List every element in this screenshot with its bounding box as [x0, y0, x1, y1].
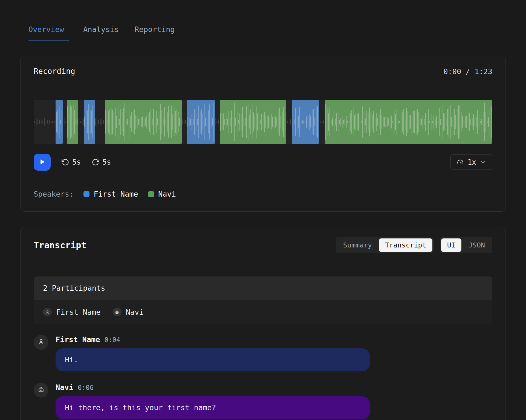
recording-card: Recording 0:00 / 1:23 5s — [20, 56, 506, 212]
speaker-swatch — [148, 191, 154, 197]
transcript-card-body: 2 Participants First Name Navi — [21, 263, 505, 420]
speakers-legend: Speakers: First Name Navi — [34, 190, 492, 198]
message-speaker: Navi — [56, 383, 73, 392]
waveform-segment[interactable] — [292, 100, 319, 144]
transcript-card: Transcript Summary Transcript UI JSON 2 … — [20, 227, 506, 420]
transcript-toggles: Summary Transcript UI JSON — [336, 237, 492, 253]
waveform-segment[interactable] — [105, 100, 182, 144]
participants-header: 2 Participants — [34, 276, 492, 300]
forward-label: 5s — [102, 158, 111, 166]
message-bubble: Hi. — [56, 348, 370, 371]
waveform-segment[interactable] — [220, 100, 286, 144]
recording-card-header: Recording 0:00 / 1:23 — [21, 56, 505, 87]
messages-list: First Name 0:04 Hi. — [34, 335, 492, 419]
tab-overview[interactable]: Overview — [28, 25, 69, 40]
page: Overview Analysis Reporting Recording 0:… — [0, 25, 526, 420]
play-icon — [38, 158, 46, 167]
toggle-option-summary[interactable]: Summary — [337, 238, 378, 252]
message-header: First Name 0:04 — [56, 335, 492, 345]
rewind-button[interactable]: 5s — [62, 158, 81, 166]
message-row: First Name 0:04 Hi. — [34, 335, 492, 371]
message-header: Navi 0:06 — [56, 383, 492, 392]
recording-card-body: 5s 5s 1x — [21, 87, 505, 211]
message-time: 0:06 — [78, 383, 94, 392]
waveform-segment[interactable] — [187, 100, 215, 144]
speed-select[interactable]: 1x — [450, 154, 492, 170]
playback-controls: 5s 5s 1x — [34, 154, 492, 171]
message-speaker: First Name — [56, 335, 100, 344]
format-toggle: UI JSON — [440, 237, 492, 253]
waveform-segment[interactable] — [67, 100, 78, 144]
bot-icon — [113, 308, 122, 316]
message-main: First Name 0:04 Hi. — [56, 335, 492, 371]
participant-name: First Name — [56, 308, 101, 316]
transcript-title: Transcript — [34, 240, 86, 251]
forward-button[interactable]: 5s — [92, 158, 111, 166]
avatar — [34, 335, 48, 350]
gauge-icon — [457, 159, 464, 166]
speaker-name: First Name — [94, 190, 138, 198]
waveform-segment[interactable] — [84, 100, 95, 144]
tab-bar: Overview Analysis Reporting — [28, 25, 506, 40]
participants-row: First Name Navi — [34, 300, 492, 324]
waveform-segment[interactable] — [325, 100, 492, 144]
rewind-label: 5s — [72, 158, 81, 166]
participants-count: 2 Participants — [43, 284, 105, 292]
waveform-segment[interactable] — [56, 100, 62, 144]
chevron-down-icon — [480, 159, 486, 165]
recording-title: Recording — [34, 66, 75, 77]
transcript-card-header: Transcript Summary Transcript UI JSON — [21, 227, 505, 263]
participant-chip: Navi — [113, 308, 144, 316]
play-button[interactable] — [34, 154, 51, 171]
speed-label: 1x — [468, 158, 476, 166]
user-icon — [37, 338, 45, 346]
message-text: Hi. — [65, 355, 78, 364]
toggle-option-ui[interactable]: UI — [441, 238, 461, 252]
tab-reporting[interactable]: Reporting — [135, 25, 176, 40]
message-row: Navi 0:06 Hi there, is this your first n… — [34, 383, 492, 419]
speaker-name: Navi — [158, 190, 176, 198]
waveform[interactable] — [34, 100, 492, 144]
message-text: Hi there, is this your first name? — [65, 403, 216, 412]
message-time: 0:04 — [105, 335, 120, 345]
bot-icon — [37, 386, 45, 394]
toggle-option-transcript[interactable]: Transcript — [379, 238, 432, 252]
toggle-option-json[interactable]: JSON — [463, 238, 491, 252]
participant-chip: First Name — [43, 308, 101, 316]
message-main: Navi 0:06 Hi there, is this your first n… — [56, 383, 492, 419]
speaker-legend-navi: Navi — [148, 190, 176, 198]
tab-analysis[interactable]: Analysis — [83, 25, 120, 40]
avatar — [34, 383, 48, 398]
user-icon — [43, 308, 52, 316]
speakers-label: Speakers: — [34, 190, 74, 198]
view-toggle: Summary Transcript — [336, 237, 434, 253]
top-divider — [0, 0, 526, 3]
participants-panel: 2 Participants First Name Navi — [34, 276, 492, 324]
speaker-legend-first-name: First Name — [83, 190, 138, 198]
recording-time: 0:00 / 1:23 — [443, 67, 492, 76]
message-bubble: Hi there, is this your first name? — [56, 396, 370, 419]
playback-controls-left: 5s 5s — [34, 154, 111, 171]
speaker-swatch — [83, 191, 89, 197]
rotate-ccw-icon — [62, 158, 69, 166]
participant-name: Navi — [126, 308, 144, 316]
rotate-cw-icon — [92, 158, 99, 166]
